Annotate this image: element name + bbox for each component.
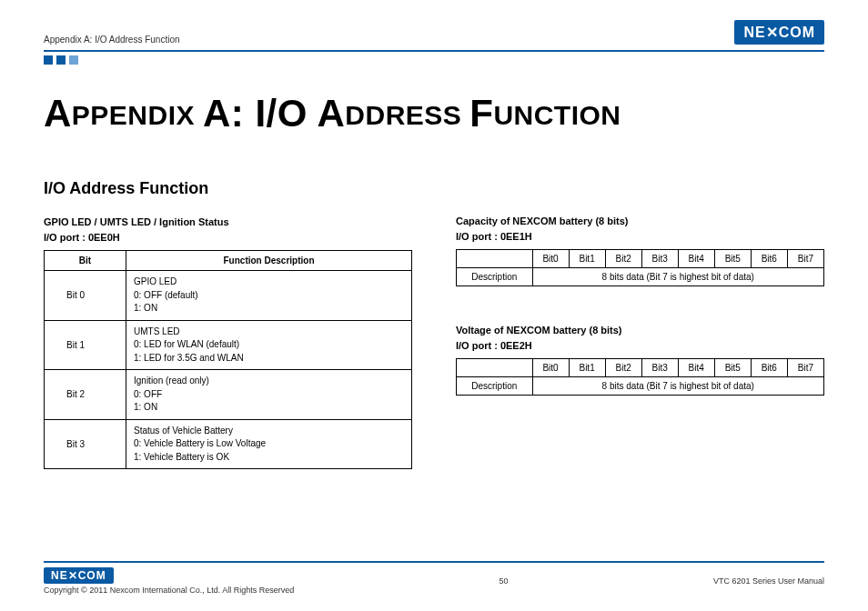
breadcrumb: Appendix A: I/O Address Function [44,35,180,45]
table-row: Bit 1 UMTS LED 0: LED for WLAN (default)… [45,320,412,370]
table-row: Bit 0 GPIO LED 0: OFF (default) 1: ON [45,271,412,321]
table-header-desc: Function Description [126,251,412,271]
decorative-squares [44,55,824,65]
page-header: Appendix A: I/O Address Function NE✕COM [44,20,824,52]
left-column: I/O Address Function GPIO LED / UMTS LED… [44,179,412,469]
copyright-text: Copyright © 2011 Nexcom International Co… [44,586,294,595]
voltage-table: Bit0 Bit1 Bit2 Bit3 Bit4 Bit5 Bit6 Bit7 … [456,358,824,396]
page-number: 50 [500,576,509,586]
gpio-subhead: GPIO LED / UMTS LED / Ignition Status I/… [44,215,412,245]
manual-name: VTC 6201 Series User Manual [713,576,824,586]
footer-brand-logo: NE✕COM [44,567,114,584]
capacity-table: Bit0 Bit1 Bit2 Bit3 Bit4 Bit5 Bit6 Bit7 … [456,249,824,286]
table-row: Bit 3 Status of Vehicle Battery 0: Vehic… [45,419,412,469]
table-row: Bit 2 Ignition (read only) 0: OFF 1: ON [45,370,412,420]
capacity-subhead: Capacity of NEXCOM battery (8 bits) I/O … [456,214,824,244]
right-column: Capacity of NEXCOM battery (8 bits) I/O … [456,179,824,469]
section-title: I/O Address Function [44,179,412,198]
brand-logo: NE✕COM [734,20,824,45]
page-footer: NE✕COM Copyright © 2011 Nexcom Internati… [44,561,824,595]
table-header-bit: Bit [45,251,126,271]
page-content: APPENDIX A: I/O ADDRESS FUNCTION I/O Add… [44,92,824,469]
page-title: APPENDIX A: I/O ADDRESS FUNCTION [44,92,824,135]
voltage-subhead: Voltage of NEXCOM battery (8 bits) I/O p… [456,323,824,353]
gpio-table: Bit Function Description Bit 0 GPIO LED … [44,250,412,469]
